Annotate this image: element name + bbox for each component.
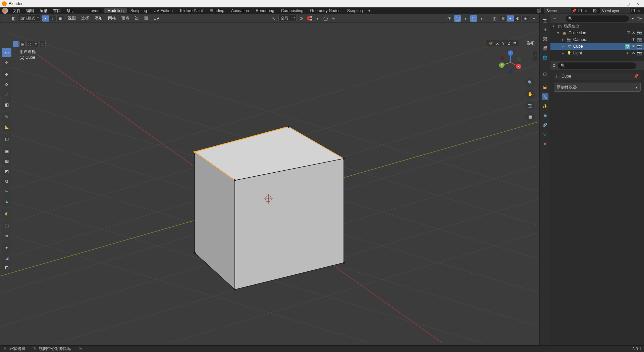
mirror-x[interactable]: X bbox=[495, 41, 500, 45]
tool-scale[interactable]: ⤢ bbox=[2, 90, 11, 99]
tool-move[interactable]: ✥ bbox=[2, 70, 11, 79]
tool-rip[interactable]: ⧠ bbox=[2, 263, 11, 273]
newcollection-icon[interactable]: ▢+ bbox=[637, 16, 642, 21]
eye-icon[interactable]: 👁 bbox=[632, 44, 636, 49]
prop-mesh-icon[interactable]: ▽ bbox=[542, 131, 548, 138]
tab-animation[interactable]: Animation bbox=[228, 8, 252, 13]
prop-constraints-icon[interactable]: 🔗 bbox=[542, 122, 548, 128]
prop-output-icon[interactable]: 🖨 bbox=[542, 26, 548, 33]
pan-icon[interactable]: ✋ bbox=[525, 89, 535, 99]
prop-viewlayer-icon[interactable]: 🖼 bbox=[542, 36, 548, 42]
outliner-display-dropdown[interactable] bbox=[558, 18, 564, 19]
scene-pin-icon[interactable]: 📌 bbox=[571, 8, 577, 14]
zoom-icon[interactable]: 🔍 bbox=[525, 78, 535, 87]
viewport-options-dropdown[interactable]: 选项 bbox=[527, 40, 535, 46]
scene-copy-icon[interactable]: ❐ bbox=[577, 8, 583, 14]
prop-scene-icon[interactable]: 🎬 bbox=[542, 45, 548, 52]
tool-spin[interactable]: ◐ bbox=[2, 209, 11, 218]
menu-edit[interactable]: 编辑 bbox=[23, 7, 37, 14]
tab-geometrynodes[interactable]: Geometry Nodes bbox=[307, 8, 344, 13]
tool-polybuild[interactable]: ▲ bbox=[2, 197, 11, 206]
chevron-down-icon: ▾ bbox=[636, 85, 638, 90]
prop-modifier-icon[interactable]: 🔧 bbox=[542, 93, 548, 100]
menu-render[interactable]: 渲染 bbox=[37, 7, 50, 14]
tab-rendering[interactable]: Rendering bbox=[252, 8, 277, 13]
cube-mesh[interactable] bbox=[194, 126, 345, 291]
blender-logo-icon[interactable] bbox=[2, 8, 8, 14]
camera-view-icon[interactable]: 📷 bbox=[525, 101, 535, 110]
eye-icon[interactable]: 👁 bbox=[632, 31, 636, 35]
tool-knife[interactable]: ✂ bbox=[2, 187, 11, 196]
perspective-icon[interactable]: ▦ bbox=[525, 112, 535, 122]
tab-uvediting[interactable]: UV Editing bbox=[150, 8, 176, 13]
npanel-toggle-icon[interactable]: ‹ bbox=[533, 51, 537, 61]
minimize-button[interactable]: — bbox=[614, 1, 623, 7]
camera-icon[interactable]: 📷 bbox=[637, 51, 642, 55]
tool-tweak[interactable]: ▭ bbox=[2, 48, 11, 57]
add-modifier-dropdown[interactable]: 添加修改器 ▾ bbox=[554, 83, 641, 92]
menu-window[interactable]: 窗口 bbox=[50, 7, 64, 14]
tab-shading[interactable]: Shading bbox=[206, 8, 228, 13]
menu-help[interactable]: 帮助 bbox=[64, 7, 77, 14]
outliner-type-icon[interactable]: ≔ bbox=[552, 16, 556, 21]
add-workspace-button[interactable]: + bbox=[366, 8, 373, 13]
tool-bevel[interactable]: ◩ bbox=[2, 167, 11, 176]
tab-scripting[interactable]: Scripting bbox=[344, 8, 366, 13]
mirror-z[interactable]: Z bbox=[507, 41, 511, 45]
automerge-icon[interactable]: ⧉ bbox=[513, 41, 517, 45]
tool-smooth[interactable]: ◯ bbox=[2, 221, 11, 230]
maximize-button[interactable]: ▢ bbox=[624, 1, 633, 7]
tool-inset[interactable]: ▦ bbox=[2, 157, 11, 166]
filter-icon[interactable]: ⏷ bbox=[631, 16, 635, 20]
prop-world-icon[interactable]: 🌐 bbox=[542, 54, 548, 61]
tool-shear[interactable]: ◢ bbox=[2, 253, 11, 263]
prop-collection-icon[interactable]: ▢ bbox=[542, 71, 548, 77]
tool-measure[interactable]: 📐 bbox=[2, 122, 11, 132]
prop-material-icon[interactable]: ● bbox=[542, 140, 548, 147]
pin-icon[interactable]: 📌 bbox=[634, 74, 639, 79]
viewlayer-copy-icon[interactable]: ❐ bbox=[630, 8, 636, 14]
tool-edgeslide[interactable]: ⧈ bbox=[2, 231, 11, 240]
tool-transform[interactable]: ◧ bbox=[2, 100, 11, 109]
tool-loopcut[interactable]: ⧉ bbox=[2, 177, 11, 186]
camera-icon[interactable]: 📷 bbox=[637, 37, 642, 42]
scene-browse-icon[interactable]: 🎬 bbox=[536, 8, 542, 14]
tool-shrink[interactable]: ✦ bbox=[2, 243, 11, 253]
tab-layout[interactable]: Layout bbox=[85, 8, 104, 13]
eye-icon[interactable]: 👁 bbox=[632, 37, 636, 42]
tab-texturepaint[interactable]: Texture Paint bbox=[176, 8, 206, 13]
3d-viewport[interactable]: ⬚ ◧ 编辑模式 ▪ / ◼ 视图 选择 添加 网格 顶点 边 面 UV ⤡ 全… bbox=[0, 14, 539, 345]
camera-icon[interactable]: 📷 bbox=[637, 44, 642, 49]
prop-physics-icon[interactable]: ◉ bbox=[542, 112, 548, 119]
properties-search-input[interactable] bbox=[567, 63, 634, 68]
tool-rotate[interactable]: ⟳ bbox=[2, 80, 11, 89]
camera-icon[interactable]: 📷 bbox=[637, 31, 642, 35]
tab-compositing[interactable]: Compositing bbox=[278, 8, 307, 13]
viewport-canvas[interactable] bbox=[0, 14, 539, 343]
menu-file[interactable]: 文件 bbox=[10, 7, 23, 14]
outliner-search-input[interactable] bbox=[574, 16, 626, 21]
prop-particles-icon[interactable]: ✨ bbox=[542, 103, 548, 109]
scene-name-field[interactable]: Scene bbox=[544, 8, 571, 13]
tool-cursor[interactable]: ✛ bbox=[2, 58, 11, 67]
mirror-y[interactable]: Y bbox=[501, 41, 505, 45]
tool-annotate[interactable]: ✎ bbox=[2, 112, 11, 122]
properties-type-icon[interactable]: ⚙ bbox=[552, 63, 556, 68]
props-object-name[interactable]: Cube bbox=[561, 74, 571, 79]
tab-sculpting[interactable]: Sculpting bbox=[127, 8, 150, 13]
prop-render-icon[interactable]: 📷 bbox=[542, 17, 548, 24]
butterfly-icon[interactable]: 🦋 bbox=[487, 41, 494, 45]
options-icon[interactable]: ⋮ bbox=[638, 63, 642, 68]
eye-icon[interactable]: 👁 bbox=[632, 51, 636, 55]
close-button[interactable]: ✕ bbox=[633, 1, 642, 7]
nav-gizmo[interactable]: X Y Z bbox=[497, 49, 524, 76]
scene-delete-icon[interactable]: ✕ bbox=[583, 8, 589, 14]
check-icon[interactable]: ☑ bbox=[627, 31, 630, 35]
viewlayer-icon[interactable]: 🖼 bbox=[592, 8, 598, 14]
tool-extrude[interactable]: ▣ bbox=[2, 146, 11, 156]
tab-modeling[interactable]: Modeling bbox=[104, 8, 127, 13]
viewlayer-delete-icon[interactable]: ✕ bbox=[636, 8, 642, 14]
prop-object-icon[interactable]: ▣ bbox=[542, 84, 548, 91]
viewlayer-name-field[interactable]: ViewLayer bbox=[600, 8, 630, 13]
tool-addcube[interactable]: ▢ bbox=[2, 134, 11, 144]
